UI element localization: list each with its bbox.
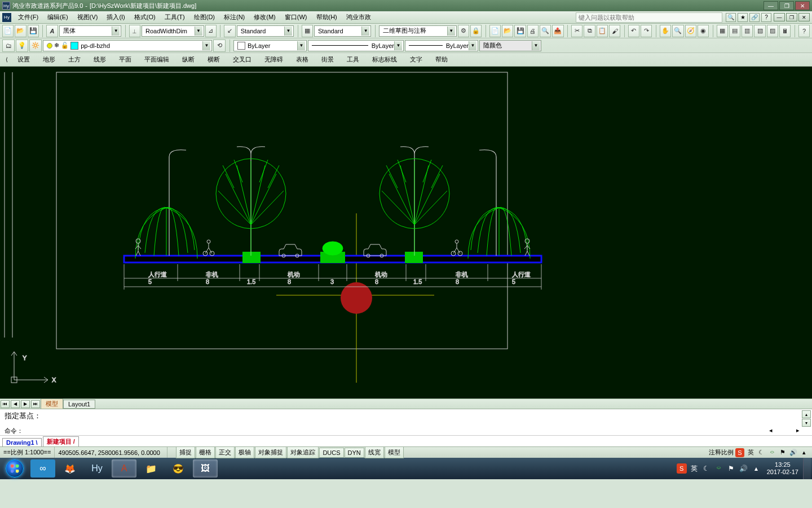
- mleader-icon[interactable]: ↙: [224, 25, 235, 37]
- paste-icon[interactable]: 📋: [597, 25, 608, 37]
- layout-next-icon[interactable]: ▶: [21, 400, 30, 408]
- cmd-scroll-up[interactable]: ▴: [802, 410, 811, 418]
- help-search[interactable]: [576, 12, 722, 23]
- workspace-combo[interactable]: 二维草图与注释▼: [379, 25, 457, 37]
- app-menu-icon[interactable]: Hy: [2, 13, 11, 22]
- tab-alignment[interactable]: 线形: [88, 54, 112, 65]
- tray-lang-icon[interactable]: 英: [689, 463, 699, 474]
- lang-icon[interactable]: 英: [746, 448, 755, 457]
- doc-close-button[interactable]: ✕: [798, 13, 810, 21]
- layout-prev-icon[interactable]: ◀: [11, 400, 20, 408]
- tray-more-icon[interactable]: ▴: [800, 448, 809, 457]
- doc-restore-button[interactable]: ❐: [786, 13, 797, 21]
- nav-icon[interactable]: 🧭: [685, 25, 696, 37]
- undo-icon[interactable]: ↶: [628, 25, 639, 37]
- tray-moon-icon[interactable]: ☾: [701, 463, 712, 474]
- tab-text[interactable]: 文字: [404, 54, 428, 65]
- dwg-tab-1[interactable]: Drawing1 \: [2, 438, 42, 446]
- tab-intersection[interactable]: 交叉口: [227, 54, 257, 65]
- toggle-dyn[interactable]: DYN: [345, 448, 364, 458]
- color-combo[interactable]: ByLayer▼: [233, 40, 307, 51]
- layout1-tab[interactable]: Layout1: [63, 400, 95, 409]
- task-app-2[interactable]: 🦊: [58, 459, 82, 478]
- help-fav-icon[interactable]: ★: [738, 13, 748, 22]
- save2-icon[interactable]: 💾: [514, 25, 526, 37]
- lineweight-combo[interactable]: ByLayer▼: [405, 40, 478, 51]
- layer-combo[interactable]: ❄ 🔓 pp-dl-bzhd▼: [43, 40, 212, 51]
- tray-chevron-icon[interactable]: ▴: [751, 463, 761, 474]
- tab-profile[interactable]: 纵断: [176, 54, 200, 65]
- menu-draw[interactable]: 绘图(D): [189, 11, 219, 23]
- redo-icon[interactable]: ↷: [641, 25, 652, 37]
- print-icon[interactable]: 🖨: [527, 25, 539, 37]
- matchprop-icon[interactable]: 🖌: [609, 25, 620, 37]
- tab-streetview[interactable]: 街景: [316, 54, 339, 65]
- menu-insert[interactable]: 插入(I): [102, 11, 129, 23]
- tab-tables[interactable]: 表格: [290, 54, 314, 65]
- minimize-button[interactable]: —: [764, 1, 778, 10]
- flag-icon[interactable]: ⚑: [778, 448, 787, 457]
- toggle-osnap[interactable]: 对象捕捉: [255, 446, 286, 458]
- zoom-icon[interactable]: 🔍: [672, 25, 683, 37]
- close-button[interactable]: ✕: [795, 1, 810, 10]
- help-link-icon[interactable]: 🔗: [749, 13, 760, 22]
- menu-format[interactable]: 格式(O): [130, 11, 160, 23]
- tray-action-icon[interactable]: ⚑: [726, 463, 736, 474]
- dim-tool-icon[interactable]: ⊿: [205, 25, 217, 37]
- task-app-3[interactable]: Hy: [85, 459, 109, 478]
- toolpal-icon[interactable]: ▥: [742, 25, 753, 37]
- orbit-icon[interactable]: ◉: [698, 25, 709, 37]
- plotstyle-combo[interactable]: 随颜色▼: [479, 40, 541, 51]
- toggle-otrack[interactable]: 对象追踪: [287, 446, 319, 458]
- toggle-snap[interactable]: 捕捉: [176, 446, 195, 458]
- open-icon[interactable]: 📂: [15, 25, 26, 37]
- standard2-combo[interactable]: Standard▼: [314, 25, 371, 37]
- calc-icon[interactable]: 🖩: [779, 25, 791, 37]
- wifi-icon[interactable]: ⌔: [767, 448, 776, 457]
- task-explorer[interactable]: 📁: [139, 459, 164, 478]
- menu-view[interactable]: 视图(V): [73, 11, 103, 23]
- tab-planedit[interactable]: 平面编辑: [139, 54, 175, 65]
- tab-markings[interactable]: 标志标线: [367, 54, 403, 65]
- menu-hongye[interactable]: 鸿业市政: [342, 11, 376, 23]
- show-desktop-button[interactable]: [803, 458, 811, 479]
- roadwidth-combo[interactable]: RoadWidthDim▼: [142, 25, 204, 37]
- vol-icon[interactable]: 🔊: [789, 448, 798, 457]
- menu-help[interactable]: 帮助(H): [312, 11, 342, 23]
- publish-icon[interactable]: 📤: [552, 25, 563, 37]
- toggle-ducs[interactable]: DUCS: [319, 448, 343, 458]
- restore-button[interactable]: ❐: [779, 1, 794, 10]
- layout-first-icon[interactable]: ⏮: [1, 400, 10, 408]
- ssm-icon[interactable]: ▧: [754, 25, 765, 37]
- save-icon[interactable]: 💾: [28, 25, 39, 37]
- textstyle-icon[interactable]: A: [46, 25, 58, 37]
- menu-file[interactable]: 文件(F): [14, 11, 43, 23]
- help-search-icon[interactable]: 🔍: [726, 13, 736, 22]
- tab-terrain[interactable]: 地形: [37, 54, 61, 65]
- tab-settings[interactable]: 设置: [12, 54, 36, 65]
- menu-dim[interactable]: 标注(N): [219, 11, 249, 23]
- tab-xsection[interactable]: 横断: [202, 54, 226, 65]
- markup-icon[interactable]: ▨: [767, 25, 778, 37]
- task-app-6[interactable]: 🖼: [193, 459, 218, 478]
- drawing-canvas[interactable]: Y X: [0, 67, 812, 398]
- dwg-tab-2[interactable]: 新建项目 /: [43, 436, 79, 446]
- toggle-grid[interactable]: 栅格: [196, 446, 215, 458]
- tray-ime-icon[interactable]: S: [677, 463, 687, 474]
- preview-icon[interactable]: 🔍: [540, 25, 551, 37]
- task-app-1[interactable]: ∞: [30, 459, 55, 478]
- cmd-scroll-thumb[interactable]: [773, 427, 796, 434]
- dcenter-icon[interactable]: ▤: [729, 25, 740, 37]
- table-icon[interactable]: ▦: [302, 25, 313, 37]
- font-combo[interactable]: 黑体▼: [59, 25, 122, 37]
- model-tab[interactable]: 模型: [41, 398, 63, 409]
- cmd-scroll-right[interactable]: ▸: [796, 427, 800, 434]
- layeroff-icon[interactable]: 🔆: [29, 40, 42, 52]
- cmd-scroll-left[interactable]: ◂: [769, 427, 773, 434]
- pan-icon[interactable]: ✋: [660, 25, 671, 37]
- layout-last-icon[interactable]: ⏭: [31, 400, 40, 408]
- cmd-prompt[interactable]: 命令：: [5, 427, 23, 434]
- tab-scroll-left[interactable]: ⟨: [3, 56, 10, 63]
- layerprev-icon[interactable]: ⟲: [213, 40, 226, 52]
- tray-wifi-icon[interactable]: ⌔: [714, 463, 724, 474]
